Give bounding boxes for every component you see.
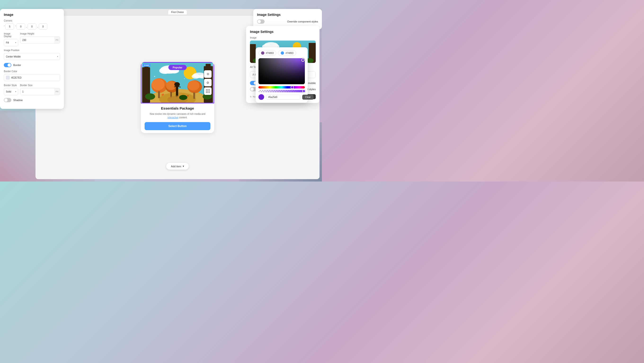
border-size-unit: PX (54, 88, 60, 95)
corner-bl-icon: ⌞ (37, 25, 38, 28)
canvas-tab-first-choice[interactable]: First Choice (168, 10, 186, 14)
color-picker-popup: #74893 #74893 Clear (256, 47, 308, 103)
svg-point-39 (179, 95, 188, 100)
color-rainbow-slider[interactable] (258, 86, 305, 88)
description-text: Now evolve into dynamic canvases of rich… (150, 113, 205, 115)
svg-rect-16 (158, 91, 160, 98)
svg-point-18 (166, 81, 176, 90)
settings-icon-button[interactable]: ⚙ (204, 79, 212, 86)
corner-br-icon: ⌟ (26, 25, 27, 28)
height-unit: PX (54, 37, 60, 43)
border-size-field: Border Size PX (20, 84, 60, 95)
corner-top-left: ⌜ (4, 24, 14, 30)
card-badge: Popular (168, 65, 187, 70)
add-item-button[interactable]: Add item ▾ (166, 163, 189, 170)
corner-br-input[interactable] (28, 24, 36, 30)
alpha-slider-thumb (302, 90, 306, 93)
outer-override-toggle[interactable] (257, 20, 264, 24)
border-color-label: Border Color (4, 70, 60, 73)
border-label: Border (13, 64, 21, 66)
border-style-select[interactable]: Solid Dashed Dotted (4, 88, 18, 95)
border-toggle[interactable] (4, 63, 11, 67)
border-style-size-section: Border Style Solid Dashed Dotted Border … (4, 84, 60, 95)
outer-override-thumb (258, 20, 261, 23)
border-size-input-wrap: PX (20, 88, 60, 95)
select-button[interactable]: Select Button (144, 122, 210, 130)
grid-handle[interactable] (204, 87, 212, 95)
corners-section: Corners ⌜ ⌝ ⌟ ⌞ (4, 20, 60, 30)
image-position-section: Image Position Center Middle Top Left To… (4, 49, 60, 60)
hex-chip-dot-1 (261, 51, 264, 55)
reload-icon: ↻ (250, 96, 252, 98)
shadow-toggle[interactable] (4, 98, 11, 102)
interactive-link[interactable]: interactive (168, 116, 178, 119)
color-hex-input[interactable] (266, 95, 300, 100)
corner-bottom-left: ⌞ (37, 24, 47, 30)
hex-chip-1[interactable]: #74893 (258, 50, 276, 56)
border-toggle-row: Border (4, 63, 60, 67)
product-card: Popular 🗑 Image (141, 62, 214, 133)
corner-tl-input[interactable] (6, 24, 14, 30)
svg-point-15 (152, 78, 164, 90)
inner-override-thumb (250, 88, 254, 91)
image-position-select-wrap: Center Middle Top Left Top Center (4, 53, 60, 60)
border-section: Border (4, 63, 60, 67)
corner-tr-input[interactable] (16, 24, 25, 30)
svg-point-6 (192, 74, 200, 78)
shadow-toggle-thumb (4, 98, 8, 102)
alpha-overlay (258, 90, 305, 92)
rainbow-slider-thumb (291, 86, 294, 89)
image-display-select[interactable]: Fill Fit Stretch (4, 39, 18, 46)
description-end: content. (178, 116, 188, 119)
hex-chip-2[interactable]: #74893 (278, 50, 296, 56)
image-position-label: Image Position (4, 49, 60, 52)
border-color-section: Border Color #E2E7ED (4, 70, 60, 81)
color-hex-chips: #74893 #74893 (258, 50, 305, 56)
image-display-select-wrap: Fill Fit Stretch (4, 39, 18, 46)
svg-point-34 (184, 78, 185, 79)
corner-tr-icon: ⌝ (15, 25, 16, 28)
shadow-label: Shadow (13, 99, 23, 102)
hex-chip-value-2: #74893 (286, 52, 293, 54)
border-size-label: Border Size (20, 84, 60, 86)
border-style-field: Border Style Solid Dashed Dotted (4, 84, 18, 95)
corner-bl-input[interactable] (39, 24, 47, 30)
right-outer-title: Image Settings (257, 13, 318, 16)
hex-chip-value-1: #74893 (266, 52, 274, 54)
corners-label: Corners (4, 20, 60, 22)
color-hex-input-row: Clear (258, 94, 305, 100)
corner-tl-icon: ⌜ (4, 25, 5, 28)
gradient-cursor (301, 58, 304, 62)
card-body: Essentials Package Now evolve into dynam… (141, 104, 214, 133)
shadow-section: Shadow (4, 98, 60, 102)
add-item-label: Add item (171, 165, 181, 168)
grid-dots-icon (206, 89, 210, 93)
copy-button[interactable]: ⧉ (204, 70, 212, 78)
display-height-section: Image Display Fill Fit Stretch Image Hei… (4, 32, 60, 46)
border-size-input[interactable] (20, 90, 54, 93)
clear-button[interactable]: Clear (302, 95, 314, 100)
svg-point-32 (154, 76, 155, 77)
image-label: Image (142, 64, 150, 67)
image-height-input[interactable] (20, 39, 54, 42)
right-image-section-label: Image (250, 36, 316, 39)
outer-override-row: Override component styles (257, 20, 318, 24)
image-position-select[interactable]: Center Middle Top Left Top Center (4, 53, 60, 60)
border-toggle-thumb (8, 64, 11, 67)
corner-bottom-right: ⌟ (26, 24, 36, 30)
corners-row: ⌜ ⌝ ⌟ ⌞ (4, 24, 60, 30)
color-alpha-slider[interactable] (258, 90, 305, 92)
border-color-swatch (6, 76, 10, 80)
color-gradient-picker[interactable] (258, 58, 305, 84)
image-display-label: Image Display (4, 32, 18, 38)
image-display-field: Image Display Fill Fit Stretch (4, 32, 18, 46)
image-toolbar: ⧉ ⚙ (204, 70, 212, 95)
border-color-field[interactable]: #E2E7ED (4, 74, 60, 81)
svg-point-37 (145, 93, 155, 100)
shadow-toggle-row: Shadow (4, 98, 60, 102)
color-circle-preview (258, 94, 264, 100)
outer-override-label: Override component styles (287, 20, 318, 23)
gradient-overlay (258, 58, 305, 84)
chevron-down-icon: ▾ (183, 165, 184, 168)
card-description: Now evolve into dynamic canvases of rich… (144, 112, 210, 119)
